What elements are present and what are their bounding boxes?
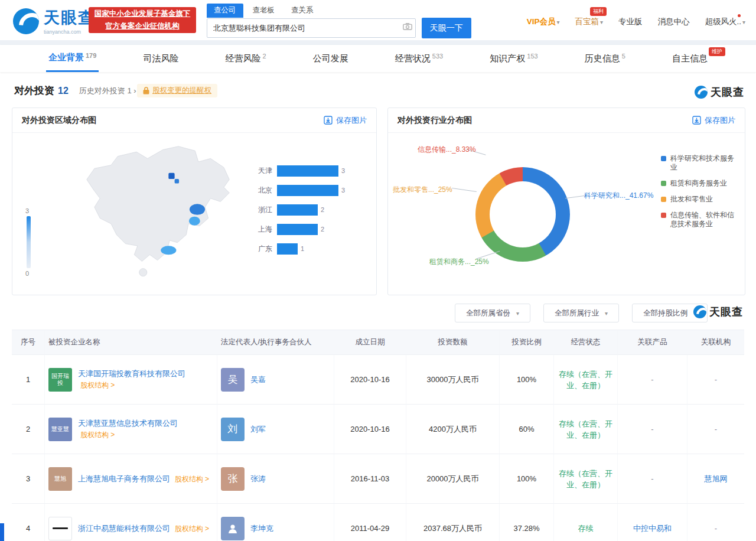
bar-row: 广东1 — [255, 243, 360, 255]
china-map — [48, 136, 260, 291]
bar-row: 北京3 — [255, 184, 360, 196]
legal-rep-link[interactable]: 李坤克 — [250, 523, 273, 534]
legal-rep-link[interactable]: 吴嘉 — [250, 374, 266, 385]
company-link[interactable]: 天津国开瑞投教育科技有限公司 — [78, 369, 185, 378]
tianyancha-watermark: 天眼查 — [693, 305, 743, 319]
official-banner: 国家中小企业发展子基金旗下 官方备案企业征信机构 — [89, 7, 196, 33]
save-image-button-region[interactable]: 保存图片 — [324, 115, 367, 126]
industry-donut-chart — [475, 167, 570, 262]
bar-tianjin — [277, 165, 338, 177]
legend-item: 信息传输、软件和信息技术服务业 — [661, 211, 737, 229]
legal-rep-link[interactable]: 刘军 — [250, 423, 266, 435]
chevron-down-icon: ▾ — [516, 310, 519, 317]
region-panel-title: 对外投资区域分布图 — [22, 115, 96, 126]
tab-self-info[interactable]: 自主信息维护 — [670, 45, 710, 72]
legend-item: 租赁和商务服务业 — [661, 179, 737, 188]
company-link[interactable]: 天津慧亚慧信息技术有限公司 — [78, 419, 178, 428]
save-image-button-industry[interactable]: 保存图片 — [692, 115, 735, 126]
lock-icon — [143, 87, 149, 94]
search-button[interactable]: 天眼一下 — [422, 18, 471, 38]
search-tab-boss[interactable]: 查老板 — [246, 4, 282, 18]
history-investment-link[interactable]: 历史对外投资 1 › — [79, 86, 136, 96]
map-color-scale: 3 0 — [25, 207, 43, 277]
legal-rep-link[interactable]: 张涛 — [250, 473, 266, 484]
camera-icon[interactable] — [403, 22, 412, 30]
equity-structure-link[interactable]: 股权结构 > — [80, 381, 115, 389]
promo-link[interactable]: 股权变更的提醒权 — [137, 84, 217, 97]
table-row: 4 浙江中易慧能科技有限公司 股权结构 > 李坤克 2011-04-29 203… — [12, 504, 744, 541]
search-input[interactable] — [207, 18, 416, 38]
rep-avatar: 吴 — [221, 368, 245, 392]
rep-avatar — [221, 517, 245, 540]
legend-swatch-red — [661, 213, 666, 218]
equity-structure-link[interactable]: 股权结构 > — [80, 431, 115, 439]
company-logo: 慧亚慧 — [48, 418, 72, 441]
chevron-down-icon: ▾ — [600, 19, 603, 25]
tianyancha-investment-page: 天眼查 tianyancha.com 国家中小企业发展子基金旗下 官方备案企业征… — [0, 0, 756, 541]
equity-structure-link[interactable]: 股权结构 > — [175, 524, 209, 533]
rep-avatar: 刘 — [221, 418, 245, 441]
table-row: 1 国开瑞投天津国开瑞投教育科技有限公司 股权结构 > 吴吴嘉 2020-10-… — [12, 355, 744, 405]
chevron-down-icon: ▾ — [556, 19, 559, 25]
bar-shanghai — [277, 224, 318, 235]
region-distribution-panel: 对外投资区域分布图 保存图片 3 0 天津3 北京3 浙江2 上海2 广东1 — [12, 107, 377, 295]
logo-dash — [53, 527, 68, 529]
tab-company-background[interactable]: 企业背景179 — [46, 45, 99, 72]
tab-company-development[interactable]: 公司发展 — [311, 45, 351, 72]
super-link[interactable]: 超级风火..▾ — [705, 17, 745, 27]
status-badge: 存续（在营、开业、在册） — [554, 405, 618, 454]
filter-industry-dropdown[interactable]: 全部所属行业▾ — [543, 304, 619, 322]
callout-wholesale: 批发和零售..._25% — [393, 185, 452, 195]
toolbox-link[interactable]: 福利百宝箱▾ — [575, 17, 603, 27]
banner-line2: 官方备案企业征信机构 — [89, 20, 196, 32]
map-region-guangdong — [161, 246, 176, 255]
table-row: 2 慧亚慧天津慧亚慧信息技术有限公司 股权结构 > 刘刘军 2020-10-16… — [12, 405, 744, 454]
legend-item: 批发和零售业 — [661, 195, 737, 204]
toolbox-badge: 福利 — [590, 7, 607, 16]
pro-version-link[interactable]: 专业版 — [618, 17, 643, 27]
search-tab-company[interactable]: 查公司 — [207, 4, 243, 18]
section-title: 对外投资 — [14, 84, 54, 97]
scale-gradient-bar — [27, 216, 31, 268]
map-region-zhejiang — [189, 217, 200, 226]
top-header: 天眼查 tianyancha.com 国家中小企业发展子基金旗下 官方备案企业征… — [0, 0, 756, 40]
equity-structure-link[interactable]: 股权结构 > — [175, 475, 209, 483]
bar-beijing — [277, 185, 338, 196]
message-center-link[interactable]: 消息中心 — [657, 17, 689, 27]
callout-line — [565, 195, 585, 199]
status-badge: 存续（在营、开业、在册） — [554, 355, 618, 405]
person-icon — [227, 523, 239, 535]
filter-province-dropdown[interactable]: 全部所属省份▾ — [455, 304, 530, 322]
industry-panel-title: 对外投资行业分布图 — [397, 115, 472, 126]
tab-operation-status[interactable]: 经营状况533 — [393, 45, 445, 72]
tab-history-info[interactable]: 历史信息5 — [582, 45, 628, 72]
company-logo: 国开瑞投 — [48, 368, 72, 392]
legend-swatch-green — [661, 181, 666, 186]
company-logo: 慧旭 — [48, 467, 72, 491]
tab-operation-risk[interactable]: 经营风险2 — [223, 45, 269, 72]
tab-judicial-risk[interactable]: 司法风险 — [141, 45, 181, 72]
header-divider — [0, 40, 756, 45]
tianyancha-logo-icon — [693, 305, 706, 318]
bar-guangdong — [277, 243, 298, 255]
window-edge-strip-bottom — [0, 523, 4, 541]
logo-subtext: tianyancha.com — [44, 29, 95, 35]
status-badge: 存续（在营、开业、在册） — [554, 454, 618, 504]
related-product-link[interactable]: 中控中易和 — [633, 523, 672, 534]
search-tab-relation[interactable]: 查关系 — [284, 4, 321, 18]
related-org-link[interactable]: 慧旭网 — [705, 473, 728, 484]
vip-link[interactable]: VIP会员▾ — [527, 17, 560, 27]
company-link[interactable]: 浙江中易慧能科技有限公司 — [78, 524, 170, 533]
callout-leasing: 租赁和商务..._25% — [429, 257, 489, 267]
legend-swatch-blue — [661, 156, 666, 161]
region-bar-chart: 天津3 北京3 浙江2 上海2 广东1 — [255, 165, 360, 262]
tab-intellectual-property[interactable]: 知识产权153 — [487, 45, 540, 72]
table-header-row: 序号 被投资企业名称 法定代表人/执行事务合伙人 成立日期 投资数额 投资比例 … — [12, 330, 744, 355]
company-link[interactable]: 上海慧旭电子商务有限公司 — [78, 474, 170, 483]
chevron-down-icon: ▾ — [605, 310, 608, 317]
map-region-beijing — [168, 173, 174, 179]
legend-swatch-orange — [661, 197, 666, 202]
banner-line1: 国家中小企业发展子基金旗下 — [89, 8, 196, 20]
tianyancha-logo[interactable]: 天眼查 tianyancha.com — [13, 7, 95, 35]
industry-distribution-panel: 对外投资行业分布图 保存图片 科学研究和..._41.67% 信息传输..._8… — [387, 107, 745, 295]
